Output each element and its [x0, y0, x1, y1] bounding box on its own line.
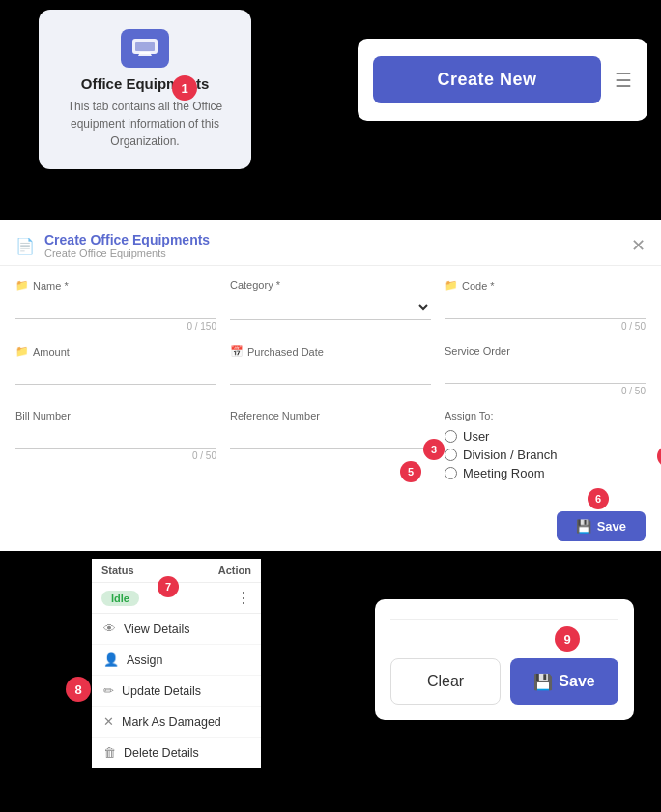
purchased-date-input[interactable] [230, 362, 431, 385]
create-new-button[interactable]: Create New [373, 56, 601, 103]
save-big-icon: 💾 [533, 673, 553, 691]
name-char-count: 0 / 150 [15, 321, 216, 332]
update-details-item[interactable]: ✏ Update Details [92, 676, 261, 707]
form-row-3: Bill Number 0 / 50 Reference Number 3 As… [15, 410, 646, 480]
category-label: Category * [230, 279, 431, 291]
radio-user-label: User [463, 429, 489, 444]
save-icon: 💾 [576, 519, 591, 534]
assign-icon: 👤 [103, 652, 119, 667]
dialog-body: 📁 Name * 0 / 150 Category * 📁 Code * 0 /… [0, 266, 661, 506]
radio-user: User [445, 429, 646, 444]
service-order-char-count: 0 / 50 [445, 386, 646, 396]
reference-number-input[interactable] [230, 425, 431, 449]
bottom-right-panel: Clear 💾 Save [375, 599, 634, 720]
badge-7: 7 [158, 576, 179, 597]
close-icon[interactable]: ✕ [631, 235, 646, 256]
category-select[interactable] [230, 295, 431, 320]
assign-label: Assign [127, 653, 163, 667]
dropdown-menu: 👁 View Details 👤 Assign ✏ Update Details… [92, 614, 261, 768]
bill-number-input[interactable] [15, 425, 216, 449]
radio-meeting-room-label: Meeting Room [463, 466, 545, 480]
card-icon [121, 29, 169, 68]
code-label: 📁 Code * [445, 279, 646, 292]
radio-division-label: Division / Branch [463, 448, 558, 462]
dialog-subtitle: Create Office Equipments [44, 247, 210, 259]
radio-meeting-room-input[interactable] [445, 467, 457, 479]
name-input[interactable] [15, 296, 216, 319]
amount-folder-icon: 📁 [15, 345, 29, 358]
dialog-header: 📄 Create Office Equipments Create Office… [0, 220, 661, 266]
code-input[interactable] [445, 296, 646, 319]
view-details-label: View Details [124, 623, 190, 636]
badge-4: 4 [657, 446, 661, 467]
badge-5: 5 [400, 461, 421, 482]
mark-damaged-label: Mark As Damaged [122, 715, 221, 729]
name-folder-icon: 📁 [15, 279, 29, 292]
service-order-field: Service Order 0 / 50 [445, 345, 646, 396]
view-details-item[interactable]: 👁 View Details [92, 614, 261, 645]
svg-rect-1 [135, 42, 155, 51]
bottom-right-buttons: Clear 💾 Save [390, 658, 618, 705]
dialog-header-left: 📄 Create Office Equipments Create Office… [15, 232, 210, 259]
badge-6: 6 [588, 488, 609, 509]
bill-number-field: Bill Number 0 / 50 [15, 410, 216, 480]
amount-field: 📁 Amount [15, 345, 216, 396]
status-column-header: Status [101, 565, 134, 576]
assign-to-label: Assign To: [445, 410, 646, 421]
radio-division: Division / Branch 4 [445, 448, 646, 462]
view-details-icon: 👁 [103, 622, 116, 636]
reference-number-label: Reference Number [230, 410, 431, 421]
name-field: 📁 Name * 0 / 150 [15, 279, 216, 332]
mark-damaged-item[interactable]: ✕ Mark As Damaged [92, 707, 261, 738]
purchased-date-field: 📅 Purchased Date [230, 345, 431, 396]
delete-details-icon: 🗑 [103, 745, 116, 760]
delete-details-label: Delete Details [124, 746, 199, 760]
dialog-footer: 6 💾 Save [0, 506, 661, 551]
badge-9: 9 [555, 626, 580, 652]
badge-8: 8 [66, 677, 91, 702]
three-dots-icon[interactable]: ⋮ [236, 589, 251, 607]
service-order-label: Service Order [445, 345, 646, 357]
idle-badge: Idle [101, 591, 139, 606]
office-equipments-card: 1 Office Equipments This tab contains al… [39, 10, 251, 169]
save-button[interactable]: 💾 Save [557, 511, 646, 541]
top-right-panel: 2 Create New ☰ [358, 39, 647, 121]
calendar-icon: 📅 [230, 345, 244, 358]
assign-item[interactable]: 👤 Assign [92, 645, 261, 676]
action-column-header: Action [218, 565, 251, 576]
dialog-file-icon: 📄 [15, 237, 35, 255]
purchased-date-label: 📅 Purchased Date [230, 345, 431, 358]
radio-meeting-room: Meeting Room 5 [445, 466, 646, 480]
clear-button[interactable]: Clear [390, 658, 501, 705]
bill-number-label: Bill Number [15, 410, 216, 421]
create-office-equipments-dialog: 📄 Create Office Equipments Create Office… [0, 220, 661, 551]
divider [390, 619, 618, 620]
filter-icon[interactable]: ☰ [615, 69, 632, 92]
dialog-title: Create Office Equipments [44, 232, 210, 247]
badge-3: 3 [423, 439, 445, 460]
form-row-1: 📁 Name * 0 / 150 Category * 📁 Code * 0 /… [15, 279, 646, 332]
assign-to-section: Assign To: User Division / Branch 4 Meet… [445, 410, 646, 480]
amount-input[interactable] [15, 362, 216, 385]
code-folder-icon: 📁 [445, 279, 458, 292]
code-field: 📁 Code * 0 / 50 [445, 279, 646, 332]
radio-user-input[interactable] [445, 430, 457, 443]
save-big-button[interactable]: 💾 Save [510, 658, 618, 705]
card-description: This tab contains all the Office equipme… [54, 98, 236, 150]
amount-label: 📁 Amount [15, 345, 216, 358]
service-order-input[interactable] [445, 361, 646, 384]
radio-division-input[interactable] [445, 449, 457, 461]
code-char-count: 0 / 50 [445, 321, 646, 332]
update-details-label: Update Details [122, 684, 201, 698]
update-details-icon: ✏ [103, 683, 114, 698]
mark-damaged-icon: ✕ [103, 714, 114, 729]
delete-details-item[interactable]: 🗑 Delete Details [92, 738, 261, 768]
form-row-2: 📁 Amount 📅 Purchased Date Service Order … [15, 345, 646, 396]
badge-1: 1 [172, 75, 197, 101]
dialog-titles: Create Office Equipments Create Office E… [44, 232, 210, 259]
name-label: 📁 Name * [15, 279, 216, 292]
bill-number-char-count: 0 / 50 [15, 450, 216, 461]
category-field: Category * [230, 279, 431, 332]
